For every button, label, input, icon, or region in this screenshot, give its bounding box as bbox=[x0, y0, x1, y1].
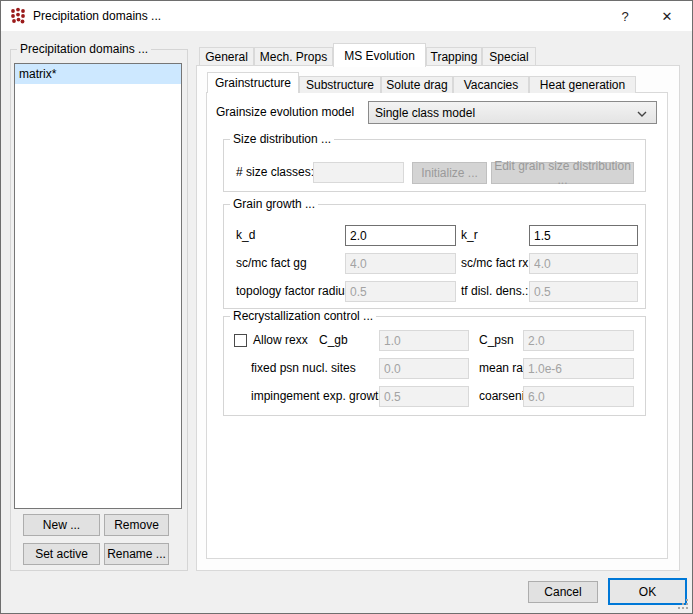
chevron-down-icon bbox=[637, 111, 647, 117]
app-icon bbox=[9, 7, 27, 25]
tab-trapping[interactable]: Trapping bbox=[426, 47, 482, 65]
tab-ms-evolution[interactable]: MS Evolution bbox=[333, 43, 426, 67]
sc-mc-fact-rx-input[interactable] bbox=[529, 253, 638, 274]
sc-mc-fact-gg-input[interactable] bbox=[345, 253, 456, 274]
recrystallization-control-title: Recrystallization control ... bbox=[230, 309, 376, 323]
grainsize-model-label: Grainsize evolution model bbox=[216, 102, 354, 123]
impingement-exp-growth-input[interactable] bbox=[379, 386, 469, 407]
c-psn-label: C_psn bbox=[479, 330, 514, 351]
grainsize-model-select[interactable]: Single class model bbox=[368, 101, 657, 124]
mean-radius-input[interactable] bbox=[523, 358, 634, 379]
k-r-input[interactable] bbox=[529, 225, 638, 246]
c-psn-input[interactable] bbox=[523, 330, 634, 351]
allow-rexx-checkbox[interactable] bbox=[234, 334, 247, 347]
subtab-grainstructure[interactable]: Grainstructure bbox=[207, 72, 299, 93]
new-button[interactable]: New ... bbox=[23, 514, 100, 536]
grain-growth-title: Grain growth ... bbox=[230, 197, 318, 211]
grainsize-model-value: Single class model bbox=[375, 106, 475, 120]
close-button[interactable]: ✕ bbox=[650, 1, 684, 31]
k-d-input[interactable] bbox=[345, 225, 456, 246]
k-d-label: k_d bbox=[236, 225, 255, 246]
tab-special[interactable]: Special bbox=[482, 47, 536, 65]
fixed-psn-nucl-sites-label: fixed psn nucl. sites bbox=[251, 358, 356, 379]
tab-mech-props[interactable]: Mech. Props bbox=[254, 47, 333, 65]
initialize-button[interactable]: Initialize ... bbox=[412, 162, 487, 184]
topology-factor-radius-input[interactable] bbox=[345, 281, 456, 302]
size-classes-label: # size classes: bbox=[236, 162, 314, 183]
title-bar: Precipitation domains ... ? ✕ bbox=[1, 1, 692, 31]
coarsening-input[interactable] bbox=[523, 386, 634, 407]
fixed-psn-nucl-sites-input[interactable] bbox=[379, 358, 469, 379]
sc-mc-fact-rx-label: sc/mc fact rx bbox=[461, 253, 528, 274]
domain-list-item[interactable]: matrix* bbox=[15, 64, 181, 84]
size-distribution-title: Size distribution ... bbox=[230, 132, 334, 146]
window-title: Precipitation domains ... bbox=[33, 1, 161, 31]
dialog-window: Precipitation domains ... ? ✕ Precipitat… bbox=[0, 0, 693, 614]
remove-button[interactable]: Remove bbox=[104, 514, 169, 536]
size-classes-input[interactable] bbox=[313, 162, 404, 183]
tab-general[interactable]: General bbox=[199, 47, 254, 65]
cancel-button[interactable]: Cancel bbox=[528, 581, 598, 603]
set-active-button[interactable]: Set active bbox=[23, 543, 100, 565]
rename-button[interactable]: Rename ... bbox=[104, 543, 169, 565]
resize-grip[interactable] bbox=[677, 598, 689, 610]
allow-rexx-label: Allow rexx bbox=[253, 330, 308, 351]
topology-factor-radius-label: topology factor radius: bbox=[236, 281, 354, 302]
help-button[interactable]: ? bbox=[608, 1, 642, 31]
k-r-label: k_r bbox=[461, 225, 478, 246]
tf-disl-dens-input[interactable] bbox=[529, 281, 638, 302]
subtab-heat-generation[interactable]: Heat generation bbox=[529, 76, 636, 93]
precipitation-domains-group-title: Precipitation domains ... bbox=[17, 42, 151, 56]
edit-grain-size-distribution-button[interactable]: Edit grain size distribution ... bbox=[491, 162, 634, 184]
tf-disl-dens-label: tf disl. dens.: bbox=[461, 281, 528, 302]
impingement-exp-growth-label: impingement exp. growth bbox=[251, 386, 385, 407]
c-gb-label: C_gb bbox=[319, 330, 348, 351]
subtab-vacancies[interactable]: Vacancies bbox=[453, 76, 529, 93]
subtab-solute-drag[interactable]: Solute drag bbox=[381, 76, 453, 93]
subtab-substructure[interactable]: Substructure bbox=[299, 76, 381, 93]
sc-mc-fact-gg-label: sc/mc fact gg bbox=[236, 253, 307, 274]
ok-button[interactable]: OK bbox=[608, 578, 687, 605]
domain-list[interactable]: matrix* bbox=[14, 63, 182, 509]
c-gb-input[interactable] bbox=[379, 330, 469, 351]
